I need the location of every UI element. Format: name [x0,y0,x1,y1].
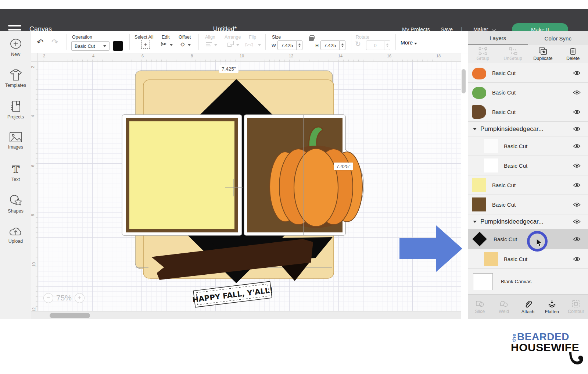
width-dimension-label: 7.425" [219,65,239,73]
layer-row[interactable]: Basic Cut [468,175,588,195]
canvas-horizontal-scrollbar[interactable] [31,311,461,319]
plus-icon: + [144,41,147,47]
rotate-stepper [384,40,390,50]
tshirt-icon [9,69,22,81]
sidebar-item-new[interactable]: New [0,38,31,57]
operation-dropdown[interactable]: Basic Cut [71,41,110,51]
horizontal-ruler: 24 68 1012 1416 18 [38,53,461,62]
width-input[interactable]: 7.425 [277,40,297,50]
trash-icon [569,47,577,55]
layer-bottom-actions: Slice Weld Attach Flatten Contour [468,294,588,319]
rotate-input: 0 [366,40,384,50]
layer-swatch-tan [484,252,498,266]
edit-label: Edit [162,35,170,40]
flatten-button[interactable]: Flatten [540,295,564,319]
height-input[interactable]: 7.425 [320,40,340,50]
offset-caret-icon[interactable] [188,44,191,46]
ungroup-icon [509,47,517,55]
layer-swatch-pale-yellow [472,178,486,192]
layer-row[interactable]: Basic Cut [468,102,588,122]
sidebar-item-upload[interactable]: Upload [0,226,31,244]
delete-button[interactable]: Delete [558,45,588,63]
happy-fall-tag[interactable]: HAPPY FALL, Y'ALL! [191,281,274,308]
upload-cloud-icon [9,226,23,237]
canvas-artwork[interactable]: HAPPY FALL, Y'ALL! [38,62,461,311]
layer-group-header[interactable]: Pumpkinsideedgecar... [468,214,588,229]
chevron-down-icon [492,27,496,31]
tab-layers[interactable]: Layers [468,31,528,45]
visibility-eye-icon[interactable] [573,126,581,132]
layer-row[interactable]: Basic Cut [468,136,588,156]
height-stepper[interactable] [340,40,345,50]
panel-tabs: Layers Color Sync [468,31,588,45]
visibility-eye-icon[interactable] [573,182,581,188]
width-label: W [272,43,276,48]
arrange-label: Arrange [225,35,241,40]
layer-row[interactable]: Basic Cut [468,195,588,214]
visibility-eye-icon[interactable] [573,236,581,242]
layer-row-selected[interactable]: Basic Cut [468,229,588,249]
visibility-eye-icon[interactable] [573,90,581,95]
zoom-level: 75% [56,293,72,302]
visibility-eye-icon[interactable] [573,163,581,168]
group-caret-icon[interactable] [473,221,477,223]
slice-icon [476,300,484,308]
rotate-label: Rotate [356,35,369,40]
contour-button: Contour [564,295,588,319]
select-all-label: Select All [135,35,153,40]
visibility-eye-icon[interactable] [573,219,581,224]
zoom-control: − 75% + [43,291,91,305]
flatten-icon [548,299,556,308]
left-panel-yellow[interactable] [129,121,234,229]
layer-group-header[interactable]: Pumpkinsideedgecar... [468,122,588,136]
tab-color-sync[interactable]: Color Sync [528,31,588,45]
visibility-eye-icon[interactable] [573,143,581,149]
blank-canvas-row[interactable]: Blank Canvas [468,269,588,294]
layer-row[interactable]: Basic Cut [468,83,588,102]
canvas-vertical-scrollbar[interactable] [462,69,466,93]
pumpkin-body[interactable] [294,149,338,227]
zoom-out-button[interactable]: − [43,293,53,303]
aspect-lock-icon[interactable] [309,37,314,41]
redo-icon[interactable]: ↷ [51,38,58,46]
image-icon [9,132,22,143]
visibility-eye-icon[interactable] [573,256,581,262]
layer-swatch-orange [472,68,486,79]
width-stepper[interactable] [297,40,302,50]
select-all-button[interactable]: + [141,40,150,49]
layer-row[interactable]: Basic Cut [468,249,588,269]
slice-button: Slice [468,295,492,319]
zoom-in-button[interactable]: + [75,293,85,303]
sidebar-item-shapes[interactable]: Shapes [0,194,31,214]
sidebar-item-projects[interactable]: Projects [0,100,31,120]
group-caret-icon[interactable] [473,128,477,130]
sidebar-item-text[interactable]: T Text [0,163,31,182]
edit-caret-icon[interactable] [170,44,173,46]
operation-label: Operation [72,35,92,40]
visibility-eye-icon[interactable] [573,70,581,76]
sidebar-item-images[interactable]: Images [0,132,31,150]
paperclip-icon [524,299,533,308]
edit-scissors-icon[interactable]: ✂ [161,40,167,48]
layer-swatch-brown-blob [472,105,486,119]
visibility-eye-icon[interactable] [573,109,581,115]
sidebar-item-templates[interactable]: Templates [0,69,31,88]
undo-icon[interactable]: ↶ [37,38,43,46]
visibility-eye-icon[interactable] [573,202,581,207]
layer-actions: Group UnGroup Duplicate Delete [468,45,588,63]
ungroup-button: UnGroup [498,45,528,63]
weld-icon [499,300,508,308]
duplicate-button[interactable]: Duplicate [528,45,558,63]
caret-down-icon [103,45,106,47]
notebook-icon [10,100,22,113]
scrollbar-thumb[interactable] [50,313,90,318]
attach-button[interactable]: Attach [516,295,540,319]
layer-row[interactable]: Basic Cut [468,156,588,175]
more-caret-icon [414,43,417,44]
group-button: Group [468,45,498,63]
more-menu[interactable]: More [401,40,417,46]
offset-sun-icon[interactable]: ☼ [179,40,186,47]
color-swatch-button[interactable] [113,41,123,51]
layer-swatch-green [472,87,486,99]
layer-row[interactable]: Basic Cut [468,63,588,83]
